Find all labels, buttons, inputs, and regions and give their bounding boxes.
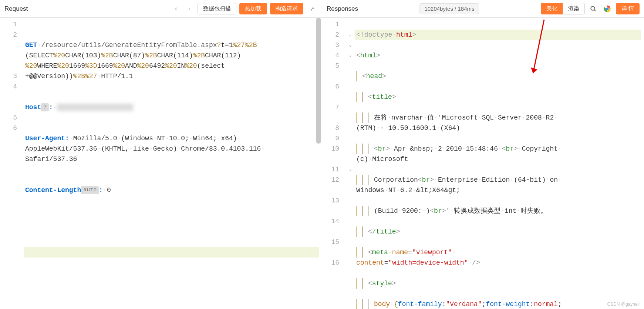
host-unknown-badge: ?: [41, 103, 49, 111]
code-line: Corporation<br>·Enterprise·Edition·(64-b…: [355, 175, 641, 195]
request-code[interactable]: GET·/resource/utils/GenerateEntityFromTa…: [24, 18, 322, 309]
nav-prev-icon[interactable]: ‹: [171, 4, 181, 14]
request-title: Request: [4, 5, 28, 13]
response-code[interactable]: <!doctype·html> <html> <head> <title> 在将…: [355, 18, 644, 309]
code-line-current: [24, 247, 319, 258]
watermark: CSDN @gaynell: [607, 302, 640, 307]
code-line: <head>: [355, 71, 641, 81]
fold-column: ⌄ ⌄ ⌄ ⌄: [346, 18, 355, 309]
request-gutter: 1 2 3 4 5 6: [0, 18, 24, 309]
code-line: </title>: [355, 226, 641, 237]
response-status: 10204bytes / 184ms: [419, 3, 479, 14]
fold-icon[interactable]: ⌄: [346, 164, 355, 175]
code-line: <!doctype·html>: [355, 30, 641, 40]
response-pane: Responses 10204bytes / 184ms 美化 渲染 详 情 1…: [322, 0, 644, 309]
app-root: Request ‹ › 数据包扫描 热加载 构造请求 ⤢ 1 2 3 4 5 6…: [0, 0, 644, 309]
response-toolbar: Responses 10204bytes / 184ms 美化 渲染 详 情: [322, 0, 644, 18]
code-line: body·{font-family:"Verdana";font-weight:…: [355, 299, 641, 309]
code-line: Content-Lengthauto:·0: [24, 185, 319, 195]
code-line: <br>·Apr·&nbsp;·2·2010·15:48:46·<br>·Cop…: [355, 144, 641, 164]
search-icon[interactable]: [588, 3, 599, 14]
code-line: User-Agent:·Mozilla/5.0·(Windows·NT·10.0…: [24, 133, 319, 164]
svg-point-4: [606, 7, 608, 10]
fold-icon[interactable]: ⌄: [346, 40, 355, 50]
hotload-button[interactable]: 热加载: [239, 3, 267, 14]
nav-next-icon[interactable]: ›: [184, 4, 195, 14]
response-title: Responses: [327, 5, 358, 13]
code-line: <style>: [355, 278, 641, 289]
code-line: <html>: [355, 50, 641, 61]
code-line: 在将·nvarchar·值·'Microsoft·SQL·Server·2008…: [355, 112, 641, 133]
scan-button[interactable]: 数据包扫描: [198, 3, 236, 14]
request-editor[interactable]: 1 2 3 4 5 6 GET·/resource/utils/Generate…: [0, 18, 322, 309]
code-line: Host?:·xxxxxxxx: [24, 102, 319, 112]
request-toolbar: Request ‹ › 数据包扫描 热加载 构造请求 ⤢: [0, 0, 322, 18]
response-gutter: 1 2 3 4 5 6 7 8 9 10 11 12 13 14 15 16: [322, 18, 346, 309]
code-line: <title>: [355, 92, 641, 102]
svg-line-1: [594, 10, 596, 11]
code-line: [24, 216, 319, 226]
code-line: GET·/resource/utils/GenerateEntityFromTa…: [24, 40, 319, 81]
render-button[interactable]: 渲染: [563, 3, 585, 14]
request-pane: Request ‹ › 数据包扫描 热加载 构造请求 ⤢ 1 2 3 4 5 6…: [0, 0, 322, 309]
detail-button[interactable]: 详 情: [616, 3, 640, 14]
fold-icon[interactable]: ⌄: [346, 50, 355, 61]
response-editor[interactable]: 1 2 3 4 5 6 7 8 9 10 11 12 13 14 15 16 ⌄: [322, 18, 644, 309]
code-line: (Build·9200:·)<br>'·转换成数据类型·int·时失败。: [355, 206, 641, 216]
chrome-icon[interactable]: [602, 3, 613, 14]
expand-icon[interactable]: ⤢: [306, 3, 317, 14]
build-request-button[interactable]: 构造请求: [270, 3, 303, 14]
content-length-auto-badge: auto: [81, 186, 99, 194]
view-mode-group: 美化 渲染: [541, 3, 585, 14]
code-line: <meta·name="viewport"·content="width=dev…: [355, 247, 641, 268]
fold-icon[interactable]: ⌄: [346, 30, 355, 40]
host-redacted: xxxxxxxx: [57, 104, 133, 111]
svg-point-0: [591, 6, 595, 10]
beautify-button[interactable]: 美化: [541, 3, 563, 14]
scrollbar-thumb[interactable]: [316, 18, 321, 144]
